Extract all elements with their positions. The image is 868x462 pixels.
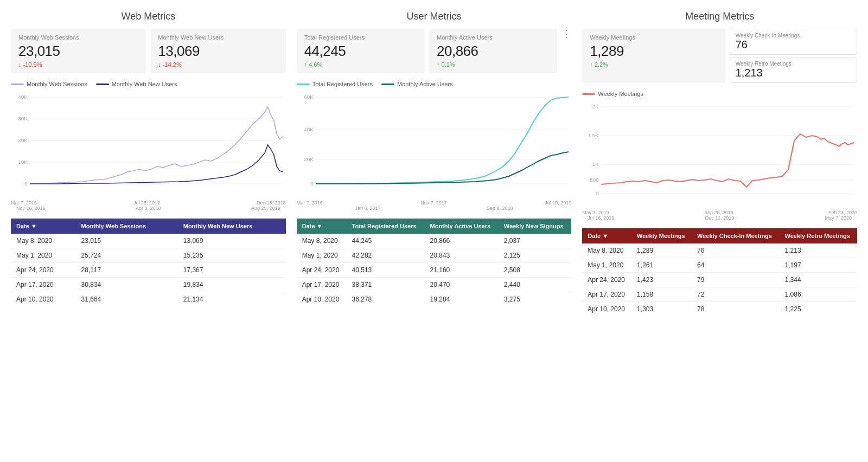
retro-value: 1,213 bbox=[736, 67, 851, 79]
web-col-new-users: Monthly Web New Users bbox=[178, 219, 286, 234]
table-cell: May 1, 2020 bbox=[297, 248, 347, 263]
svg-text:10K: 10K bbox=[18, 159, 28, 164]
table-cell: May 1, 2020 bbox=[11, 248, 76, 263]
table-cell: May 8, 2020 bbox=[11, 234, 76, 248]
table-cell: 17,367 bbox=[178, 263, 286, 278]
table-cell: May 1, 2020 bbox=[582, 258, 631, 273]
table-cell: Apr 17, 2020 bbox=[582, 287, 631, 302]
web-sessions-legend-line bbox=[11, 84, 24, 85]
meeting-chart-legend: Weekly Meetings bbox=[582, 91, 857, 97]
user-col-active: Monthly Active Users bbox=[425, 219, 499, 234]
table-cell: 19,284 bbox=[425, 292, 499, 307]
web-metrics-title: Web Metrics bbox=[11, 11, 286, 22]
table-cell: Apr 17, 2020 bbox=[297, 278, 347, 292]
meeting-col-date[interactable]: Date ▼ bbox=[582, 228, 631, 243]
table-cell: 1,086 bbox=[780, 287, 857, 302]
meeting-legend-weekly: Weekly Meetings bbox=[582, 91, 643, 97]
web-new-users-change: -14.2% bbox=[158, 61, 278, 68]
table-cell: Apr 10, 2020 bbox=[297, 292, 347, 307]
table-cell: 76 bbox=[692, 243, 780, 258]
monthly-active-users-card: Monthly Active Users 20,866 0.1% bbox=[429, 29, 557, 73]
meeting-col-checkin: Weekly Check-In Meetings bbox=[692, 228, 780, 243]
checkin-meetings-card: Weekly Check-In Meetings 76 bbox=[730, 29, 857, 55]
table-cell: 21,134 bbox=[178, 292, 286, 307]
meeting-metrics-title: Meeting Metrics bbox=[582, 11, 857, 22]
svg-text:20K: 20K bbox=[304, 156, 314, 162]
table-cell: 20,866 bbox=[425, 234, 499, 248]
table-row: Apr 24, 20201,423791,344 bbox=[582, 273, 857, 287]
svg-text:40K: 40K bbox=[304, 126, 314, 132]
user-metric-cards: Total Registered Users 44,245 4.6% Month… bbox=[297, 29, 572, 73]
weekly-meetings-change: 2.2% bbox=[590, 61, 717, 68]
table-cell: 36,278 bbox=[347, 292, 425, 307]
total-users-card: Total Registered Users 44,245 4.6% bbox=[297, 29, 425, 73]
user-col-signups: Weekly New Signups bbox=[499, 219, 572, 234]
web-sessions-card: Monthly Web Sessions 23,015 -10.5% bbox=[11, 29, 146, 73]
meeting-small-cards: Weekly Check-In Meetings 76 Weekly Retro… bbox=[730, 29, 857, 83]
meeting-chart-container: Weekly Meetings 2K 1.5K 1K 500 0 May 3, … bbox=[582, 91, 857, 221]
table-cell: 25,724 bbox=[76, 248, 178, 263]
web-new-users-legend-line bbox=[96, 84, 109, 85]
svg-text:0: 0 bbox=[24, 181, 28, 186]
table-cell: 1,423 bbox=[631, 273, 692, 287]
web-new-users-label: Monthly Web New Users bbox=[158, 34, 278, 41]
web-legend-sessions: Monthly Web Sessions bbox=[11, 81, 87, 87]
meeting-col-weekly: Weekly Meetings bbox=[631, 228, 692, 243]
web-metric-cards: Monthly Web Sessions 23,015 -10.5% Month… bbox=[11, 29, 286, 73]
user-menu-icon[interactable]: ⋮ bbox=[561, 29, 571, 73]
table-cell: 3,275 bbox=[499, 292, 572, 307]
user-metrics-section: User Metrics Total Registered Users 44,2… bbox=[297, 11, 572, 316]
table-cell: Apr 17, 2020 bbox=[11, 278, 76, 292]
monthly-active-legend-label: Monthly Active Users bbox=[397, 81, 453, 87]
svg-text:20K: 20K bbox=[18, 137, 28, 143]
table-cell: 1,158 bbox=[631, 287, 692, 302]
table-row: May 1, 20201,261641,197 bbox=[582, 258, 857, 273]
weekly-meetings-value: 1,289 bbox=[590, 43, 717, 60]
retro-meetings-card: Weekly Retro Meetings 1,213 bbox=[730, 57, 857, 83]
table-cell: 2,440 bbox=[499, 278, 572, 292]
web-col-date[interactable]: Date ▼ bbox=[11, 219, 76, 234]
table-cell: 2,125 bbox=[499, 248, 572, 263]
table-cell: Apr 10, 2020 bbox=[582, 302, 631, 317]
svg-text:1K: 1K bbox=[592, 161, 599, 166]
table-cell: 1,213 bbox=[780, 243, 857, 258]
table-cell: 1,197 bbox=[780, 258, 857, 273]
svg-text:60K: 60K bbox=[304, 94, 314, 99]
table-cell: 19,834 bbox=[178, 278, 286, 292]
table-cell: May 8, 2020 bbox=[582, 243, 631, 258]
total-users-change: 4.6% bbox=[304, 61, 417, 68]
user-legend-active: Monthly Active Users bbox=[381, 81, 453, 87]
web-table: Date ▼ Monthly Web Sessions Monthly Web … bbox=[11, 219, 286, 306]
web-new-users-legend-label: Monthly Web New Users bbox=[112, 81, 177, 87]
meeting-table: Date ▼ Weekly Meetings Weekly Check-In M… bbox=[582, 228, 857, 316]
table-cell: 78 bbox=[692, 302, 780, 317]
total-users-label: Total Registered Users bbox=[304, 34, 417, 41]
meeting-x-labels: May 3, 2019 Sep 28, 2019 Feb 23, 2020 bbox=[582, 210, 857, 215]
table-cell: 21,160 bbox=[425, 263, 499, 278]
web-x-labels2: Nov 16, 2016 Apr 8, 2018 Aug 29, 2019 bbox=[11, 206, 286, 211]
table-row: Apr 17, 20201,158721,086 bbox=[582, 287, 857, 302]
weekly-meetings-legend-line bbox=[582, 93, 595, 95]
table-cell: 40,513 bbox=[347, 263, 425, 278]
total-reg-legend-line bbox=[297, 84, 310, 85]
web-sessions-value: 23,015 bbox=[18, 43, 138, 60]
weekly-meetings-card: Weekly Meetings 1,289 2.2% bbox=[582, 29, 725, 83]
user-chart-container: Total Registered Users Monthly Active Us… bbox=[297, 81, 572, 211]
table-cell: 64 bbox=[692, 258, 780, 273]
table-cell: Apr 24, 2020 bbox=[11, 263, 76, 278]
table-row: May 8, 202023,01513,069 bbox=[11, 234, 286, 248]
table-cell: Apr 24, 2020 bbox=[582, 273, 631, 287]
web-sessions-change: -10.5% bbox=[18, 61, 138, 68]
web-chart: 40K 30K 20K 10K 0 bbox=[11, 91, 286, 199]
svg-text:30K: 30K bbox=[18, 116, 28, 121]
user-metrics-title: User Metrics bbox=[297, 11, 572, 22]
meeting-x-labels2: Jul 16, 2019 Dec 11, 2019 May 7, 2020 bbox=[582, 215, 857, 221]
retro-label: Weekly Retro Meetings bbox=[736, 61, 851, 67]
web-new-users-card: Monthly Web New Users 13,069 -14.2% bbox=[150, 29, 285, 73]
table-cell: 1,303 bbox=[631, 302, 692, 317]
table-cell: 31,664 bbox=[76, 292, 178, 307]
user-legend-total: Total Registered Users bbox=[297, 81, 373, 87]
web-sessions-legend-label: Monthly Web Sessions bbox=[27, 81, 87, 87]
table-row: Apr 10, 202031,66421,134 bbox=[11, 292, 286, 307]
user-col-date[interactable]: Date ▼ bbox=[297, 219, 347, 234]
